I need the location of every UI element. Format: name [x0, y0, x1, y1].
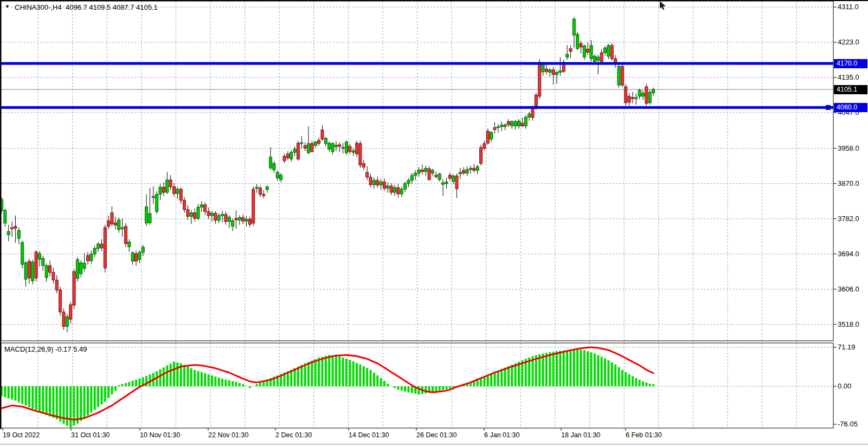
- candle-up: [425, 169, 427, 172]
- candle-up: [438, 174, 441, 179]
- candle-down: [252, 189, 255, 223]
- candle-down: [390, 186, 393, 192]
- candle-down: [259, 188, 262, 195]
- candle-up: [269, 157, 272, 168]
- candle-up: [307, 144, 310, 153]
- candle-up: [118, 220, 120, 230]
- macd-tick-label: -76.05: [838, 420, 858, 428]
- candle-up: [652, 89, 655, 93]
- candle-up: [293, 149, 296, 152]
- date-axis-label: 31 Oct 01:30: [71, 431, 110, 439]
- candle-up: [245, 219, 248, 221]
- candle-up: [432, 170, 434, 173]
- hline-selection-handle[interactable]: [826, 105, 831, 110]
- candle-down: [435, 175, 438, 177]
- horizontal-line-object[interactable]: [1, 62, 833, 65]
- chart-canvas[interactable]: [0, 0, 868, 447]
- candle-down: [135, 254, 138, 261]
- candle-up: [217, 216, 220, 221]
- candle-down: [49, 265, 52, 273]
- candle-up: [504, 125, 506, 127]
- horizontal-line-object[interactable]: [1, 106, 833, 109]
- candle-down: [73, 271, 75, 305]
- mouse-cursor-icon: [660, 1, 666, 10]
- candle-down: [645, 87, 648, 103]
- candle-up: [618, 66, 620, 85]
- candle-up: [328, 143, 331, 149]
- candle-up: [459, 172, 461, 174]
- candle-up: [128, 242, 131, 247]
- candle-up: [324, 138, 327, 144]
- candle-up: [469, 169, 472, 170]
- candle-up: [387, 186, 389, 188]
- candle-up: [221, 215, 224, 216]
- candle-up: [638, 90, 641, 96]
- candle-down: [235, 218, 237, 220]
- candle-up: [7, 231, 10, 235]
- candle-up: [276, 172, 279, 178]
- candle-up: [452, 176, 455, 182]
- trading-chart-window: ▼ CHINA300-,H4 4096.7 4109.5 4087.7 4105…: [0, 0, 868, 447]
- candle-up: [566, 54, 569, 57]
- candle-down: [421, 170, 423, 172]
- candle-down: [62, 312, 65, 327]
- candle-down: [107, 221, 110, 226]
- candle-down: [194, 213, 196, 218]
- candle-down: [569, 49, 572, 51]
- candle-up: [17, 230, 20, 238]
- candle-down: [297, 143, 299, 159]
- candle-down: [283, 157, 286, 161]
- candle-up: [576, 34, 579, 49]
- candle-up: [273, 164, 275, 170]
- candle-up: [83, 263, 86, 269]
- candle-up: [314, 142, 317, 146]
- candle-up: [490, 132, 493, 139]
- candle-down: [625, 87, 627, 103]
- candle-down: [204, 205, 207, 212]
- candle-up: [90, 254, 93, 261]
- date-axis-label: 6 Feb 01:30: [626, 431, 662, 439]
- candle-up: [290, 152, 293, 159]
- candle-down: [535, 95, 537, 107]
- candle-up: [352, 151, 355, 152]
- candle-down: [462, 170, 465, 173]
- candle-down: [600, 53, 603, 61]
- candle-down: [349, 146, 351, 152]
- candle-down: [179, 189, 182, 200]
- candle-up: [42, 258, 44, 265]
- candle-down: [286, 154, 289, 158]
- candle-up: [604, 48, 607, 53]
- candle-down: [69, 305, 72, 320]
- candle-down: [356, 143, 358, 154]
- candle-down: [428, 169, 430, 179]
- symbol-dropdown-icon[interactable]: ▼: [5, 4, 10, 9]
- candle-up: [511, 121, 513, 126]
- current-price-label: 4105.1: [834, 85, 867, 94]
- candle-down: [52, 273, 55, 280]
- candle-down: [104, 228, 106, 268]
- candle-down: [448, 175, 451, 178]
- hline-price-label[interactable]: 4170.0: [834, 59, 867, 68]
- date-axis-label: 18 Jan 01:30: [561, 431, 600, 439]
- candle-up: [255, 187, 258, 188]
- candle-up: [266, 187, 268, 190]
- candle-down: [111, 213, 113, 224]
- hline-price-label[interactable]: 4060.0: [834, 103, 867, 112]
- candle-up: [97, 244, 100, 248]
- candle-up: [138, 252, 141, 260]
- candle-up: [38, 254, 41, 259]
- candle-up: [466, 170, 468, 173]
- candle-up: [190, 213, 192, 217]
- candle-down: [59, 290, 62, 312]
- candle-up: [514, 121, 517, 126]
- candle-down: [11, 228, 14, 229]
- candle-up: [232, 221, 234, 226]
- candle-up: [476, 167, 479, 171]
- candle-up: [280, 175, 282, 179]
- candle-up: [210, 213, 213, 215]
- candle-down: [455, 176, 458, 189]
- candle-up: [417, 170, 420, 173]
- candle-down: [383, 182, 385, 189]
- candle-up: [331, 144, 334, 152]
- candle-down: [521, 123, 524, 126]
